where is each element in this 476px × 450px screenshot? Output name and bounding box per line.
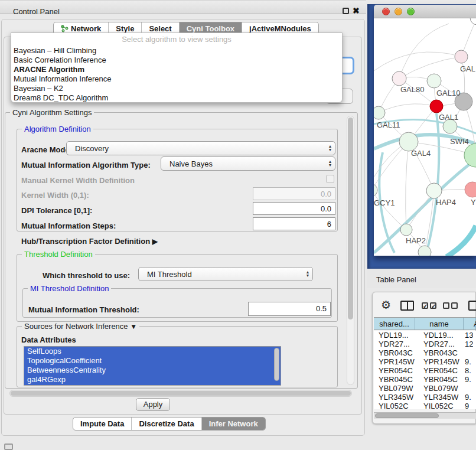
dropdown-item[interactable]: Basic Correlation Inference xyxy=(11,56,342,65)
table-row[interactable]: YDR27...YDR27...12 xyxy=(374,340,476,348)
dropdown-placeholder: Select algorithm to view settings xyxy=(11,33,342,46)
settings-scrollbar-thumb[interactable] xyxy=(348,118,353,319)
close-icon[interactable]: ✖ xyxy=(353,6,360,15)
tab-impute-data[interactable]: Impute Data xyxy=(73,418,131,430)
settings-group-title: Cyni Algorithm Settings xyxy=(10,108,94,117)
cyni-bottom-tabbar: Impute Data Discretize Data Infer Networ… xyxy=(73,417,266,431)
mi-threshold-field[interactable]: 0.5 xyxy=(248,302,331,316)
mi-algorithm-type-combobox[interactable]: Naive Bayes ▲▼ xyxy=(161,156,335,171)
dropdown-item[interactable]: Mutual Information Inference xyxy=(11,74,342,84)
chevron-right-icon: ▶ xyxy=(152,237,158,246)
list-item[interactable]: gal4RGexp xyxy=(24,375,281,384)
node-label: HAP2 xyxy=(406,236,426,245)
table-row[interactable]: YLR345WYLR345W9. xyxy=(374,393,476,402)
settings-hscrollbar-thumb[interactable] xyxy=(11,391,351,396)
list-item[interactable]: SelfLoops xyxy=(24,347,281,356)
dropdown-item-selected[interactable]: ARACNE Algorithm xyxy=(11,65,342,74)
table-body: YDL19...YDL19...13 YDR27...YDR27...12 YB… xyxy=(374,331,476,409)
node-label: GAL11 xyxy=(377,120,400,129)
node-gal7[interactable] xyxy=(455,50,468,63)
node[interactable] xyxy=(470,18,476,25)
node-label: HAP4 xyxy=(436,198,456,207)
table-row[interactable]: YPR145WYPR145W9. xyxy=(374,357,476,366)
node-hap2[interactable] xyxy=(400,224,412,236)
dropdown-item[interactable]: Dream8 DC_TDC Algorithm xyxy=(11,93,342,103)
node[interactable] xyxy=(418,246,431,256)
node-hap4[interactable] xyxy=(426,183,442,198)
dock-panel-icon[interactable] xyxy=(4,444,13,450)
table-row[interactable]: YBL079WYBL079W xyxy=(374,384,476,393)
columns-icon[interactable] xyxy=(400,301,414,311)
node-salmon[interactable] xyxy=(465,182,476,197)
list-item[interactable]: TopologicalCoefficient xyxy=(24,356,281,366)
algorithm-definition-title: Algorithm Definition xyxy=(22,125,93,133)
data-attributes-list: SelfLoops TopologicalCoefficient Between… xyxy=(24,346,281,386)
node-label: Y xyxy=(471,198,476,207)
panel-title: Control Panel xyxy=(13,7,60,16)
table-row[interactable]: YBR043CYBR043C xyxy=(374,348,476,357)
tab-discretize-data[interactable]: Discretize Data xyxy=(131,418,201,430)
table-hscrollbar-thumb[interactable] xyxy=(375,413,439,418)
table-row[interactable]: YBR045CYBR045C9. xyxy=(374,375,476,384)
aracne-mode-combobox[interactable]: Discovery ▲▼ xyxy=(66,141,335,155)
table-row[interactable]: YIL052CYIL052C9 xyxy=(374,402,476,409)
sources-group-title[interactable]: Sources for Network Inference ▼ xyxy=(22,322,139,331)
node-gal11[interactable] xyxy=(374,106,385,119)
dropdown-item[interactable]: Bayesian – Hill Climbing xyxy=(11,46,342,56)
mi-steps-field[interactable]: 6 xyxy=(253,217,335,230)
table-toolbar-icon[interactable] xyxy=(468,301,476,311)
checkbox-unchecked-icon[interactable] xyxy=(451,302,458,309)
node-red-gal1[interactable] xyxy=(430,100,443,113)
combo-spinner-icon: ▲▼ xyxy=(325,145,335,152)
dropdown-item[interactable]: Bayesian – K2 xyxy=(11,84,342,93)
tab-infer-network[interactable]: Infer Network xyxy=(201,418,265,430)
combo-spinner-icon: ▲▼ xyxy=(325,160,335,167)
table-panel-title: Table Panel xyxy=(376,275,416,284)
node-gcy1[interactable] xyxy=(374,184,377,197)
zoom-button[interactable] xyxy=(407,8,415,15)
network-canvas[interactable]: GAL GAL80 GAL10 GAL1 GAL11 SWI4 GAL4 GCY… xyxy=(374,18,476,256)
node-label: GAL10 xyxy=(436,89,460,97)
node-label: GAL1 xyxy=(439,113,458,122)
list-item[interactable]: BetweennessCentrality xyxy=(24,366,281,375)
chevron-down-icon: ▼ xyxy=(130,322,137,331)
settings-scrollbar[interactable] xyxy=(347,116,354,385)
node-label: SWI4 xyxy=(450,137,469,146)
node-label: GAL4 xyxy=(411,149,431,158)
node-label: GAL80 xyxy=(400,85,424,94)
column-header-shared-name[interactable]: shared... xyxy=(374,318,415,330)
network-window-titlebar xyxy=(374,5,476,18)
float-panel-icon[interactable] xyxy=(343,8,349,14)
network-graph: GAL GAL80 GAL10 GAL1 GAL11 SWI4 GAL4 GCY… xyxy=(374,18,476,256)
algorithm-dropdown-list: Select algorithm to view settings Bayesi… xyxy=(11,32,343,103)
table-row[interactable]: YER054CYER054C8. xyxy=(374,366,476,375)
node-label: GAL xyxy=(460,64,475,73)
checkbox-unchecked-icon[interactable] xyxy=(443,302,449,309)
aracne-mode-label: Aracne Mode: xyxy=(21,145,72,154)
dpi-tolerance-field[interactable]: 0.0 xyxy=(253,202,335,215)
threshold-definition-title: Threshold Definition xyxy=(22,250,95,259)
combo-spinner-icon: ▲▼ xyxy=(303,270,312,278)
node-label: GCY1 xyxy=(374,198,395,207)
list-scrollbar-thumb[interactable] xyxy=(274,348,279,381)
column-header-partial[interactable]: A xyxy=(464,318,476,330)
close-button[interactable] xyxy=(382,8,390,15)
gear-icon[interactable]: ⚙ xyxy=(381,298,391,312)
apply-button[interactable]: Apply xyxy=(136,398,170,411)
settings-hscrollbar[interactable] xyxy=(9,390,352,397)
table-row[interactable]: YDL19...YDL19...13 xyxy=(374,331,476,340)
column-header-name[interactable]: name xyxy=(415,318,464,330)
node-gal80[interactable] xyxy=(392,71,406,86)
kernel-width-field[interactable]: 0.0 xyxy=(253,187,335,200)
which-threshold-label: Which threshold to use: xyxy=(43,271,130,280)
manual-kernel-width-checkbox[interactable] xyxy=(326,175,334,183)
network-icon xyxy=(61,25,69,32)
minimize-button[interactable] xyxy=(395,8,402,15)
which-threshold-combobox[interactable]: MI Threshold ▲▼ xyxy=(138,267,313,281)
checkbox-checked-icon[interactable]: ✓ xyxy=(422,302,428,309)
node-swi4[interactable] xyxy=(464,144,476,167)
checkbox-checked-icon[interactable]: ✓ xyxy=(430,302,436,309)
node-gal10[interactable] xyxy=(427,74,441,88)
table-hscrollbar[interactable] xyxy=(374,412,476,419)
hub-definition-expander[interactable]: Hub/Transcription Factor Definition ▶ xyxy=(21,237,158,246)
